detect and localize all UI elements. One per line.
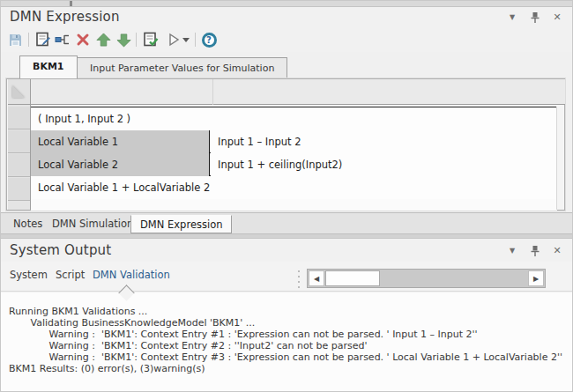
grid-row-result: Local Variable 1 + LocalVariable 2: [31, 176, 557, 199]
grid-row-header-column: [8, 79, 31, 210]
window-top-strip: [1, 1, 573, 7]
dmn-expression-titlebar: DMN Expression ▼ ✕: [1, 7, 573, 28]
output-horizontal-scrollbar[interactable]: ◀ ▶: [307, 269, 546, 288]
output-line: Validating BusinessKnowledgeModel 'BKM1'…: [9, 317, 255, 329]
run-dropdown-arrow-icon[interactable]: [181, 31, 191, 48]
close-icon[interactable]: ✕: [550, 244, 564, 258]
delete-icon[interactable]: [74, 31, 92, 48]
move-up-icon[interactable]: [94, 31, 112, 48]
panel-title: System Output: [10, 242, 111, 258]
dmn-expression-grid: ( Input 1, Input 2 ) Local Variable 1 In…: [6, 78, 565, 211]
grid-row-entry-2: Local Variable 2 Input 1 + ceiling(Input…: [31, 153, 557, 176]
corner-triangle-icon: [12, 85, 25, 98]
output-line: Running BKM1 Validations ...: [9, 306, 147, 317]
add-context-entry-icon[interactable]: [54, 31, 71, 48]
panel-menu-button[interactable]: ▼: [505, 11, 519, 25]
grid-column-header-row[interactable]: [31, 79, 565, 105]
scrollbar-thumb[interactable]: [325, 270, 380, 286]
toolbar-separator: [28, 33, 29, 47]
entry-value-cell[interactable]: Input 1 – Input 2: [211, 130, 557, 153]
tab-system[interactable]: System: [10, 269, 48, 281]
tab-dmn-simulation[interactable]: DMN Simulation: [43, 215, 142, 233]
output-line: Warning : 'BKM1': Context Entry #3 : 'Ex…: [9, 351, 562, 363]
validation-output-area[interactable]: Running BKM1 Validations ... Validating …: [1, 292, 573, 392]
save-icon[interactable]: [6, 31, 24, 48]
scrollbar-grip-dots: [298, 270, 301, 288]
entry-name-cell[interactable]: Local Variable 2: [31, 153, 210, 176]
validate-icon[interactable]: [142, 31, 160, 48]
grid-select-all-cell[interactable]: [8, 79, 30, 105]
scroll-left-icon[interactable]: ◀: [309, 270, 324, 286]
grid-vertical-scrollbar[interactable]: [556, 107, 563, 210]
entry-value-cell[interactable]: Input 1 + ceiling(Input2): [211, 153, 557, 176]
row-header[interactable]: [8, 107, 30, 129]
edit-expression-icon[interactable]: [34, 31, 52, 48]
dmn-bottom-tabs: Notes DMN Simulation DMN Expression: [1, 212, 573, 233]
parameters-cell[interactable]: ( Input 1, Input 2 ): [31, 107, 557, 130]
grid-empty-area: [31, 199, 557, 211]
result-expression-cell[interactable]: Local Variable 1 + LocalVariable 2: [31, 176, 557, 199]
row-header[interactable]: [8, 130, 30, 153]
grid-row-entry-1: Local Variable 1 Input 1 – Input 2: [31, 130, 557, 153]
dock-divider-mark: [70, 1, 72, 6]
row-header[interactable]: [8, 178, 30, 201]
tab-script[interactable]: Script: [56, 269, 85, 281]
grid-row-parameters: ( Input 1, Input 2 ): [31, 107, 557, 130]
help-icon[interactable]: ?: [200, 31, 218, 48]
panel-menu-button[interactable]: ▼: [505, 244, 519, 258]
tab-dmn-validation[interactable]: DMN Validation: [93, 269, 170, 281]
system-output-titlebar: System Output ▼ ✕: [1, 239, 573, 262]
dmn-toolbar: ?: [1, 28, 573, 52]
dmn-document-tabs: BKM1 Input Parameter Values for Simulati…: [1, 52, 573, 78]
output-line: Warning : 'BKM1': Context Entry #1 : 'Ex…: [9, 329, 478, 340]
application-window: DMN Expression ▼ ✕: [0, 0, 573, 392]
panel-title: DMN Expression: [10, 9, 120, 25]
tab-dmn-expression[interactable]: DMN Expression: [130, 215, 232, 233]
tab-bkm1[interactable]: BKM1: [19, 55, 78, 78]
run-simulation-icon[interactable]: [165, 31, 182, 48]
output-line: Warning : 'BKM1': Context Entry #2 : ''I…: [9, 340, 367, 351]
pin-icon[interactable]: [530, 11, 540, 24]
output-line: BKM1 Results: (0) error(s), (3)warning(s…: [9, 363, 205, 374]
pin-icon[interactable]: [530, 245, 540, 257]
scroll-right-icon[interactable]: ▶: [528, 270, 544, 286]
grid-cells: ( Input 1, Input 2 ) Local Variable 1 In…: [31, 107, 557, 199]
tab-input-parameter-values[interactable]: Input Parameter Values for Simulation: [77, 57, 287, 78]
row-header[interactable]: [8, 154, 30, 177]
move-down-icon[interactable]: [115, 31, 132, 48]
column-divider: [212, 79, 213, 105]
entry-name-cell[interactable]: Local Variable 1: [31, 130, 210, 153]
toolbar-separator: [136, 33, 137, 47]
close-icon[interactable]: ✕: [550, 11, 564, 25]
toolbar-separator: [195, 33, 196, 47]
